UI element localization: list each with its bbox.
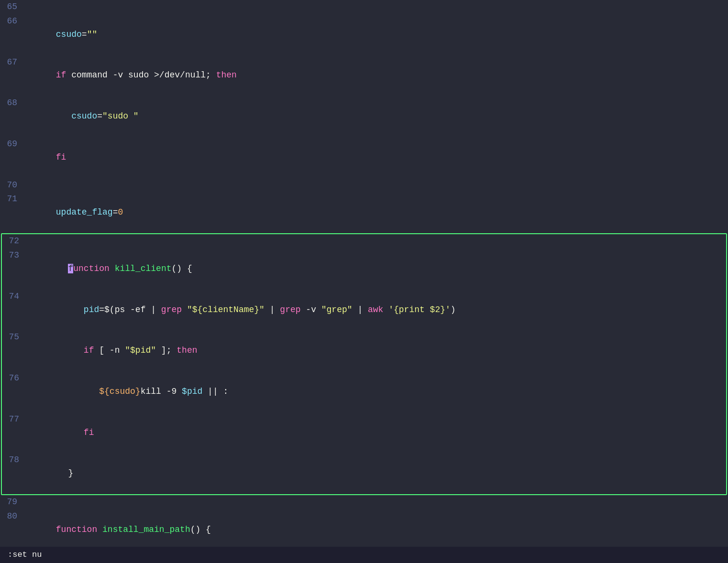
- code-line-75: 75 if [ -n "$pid" ]; then: [2, 330, 726, 371]
- line-num-72: 72: [2, 235, 27, 248]
- code-line-66: 66 csudo="": [0, 14, 728, 55]
- code-line-70: 70: [0, 178, 728, 193]
- code-line-69: 69 fi: [0, 137, 728, 178]
- code-editor: 65 66 csudo="" 67 if command -v sudo >/d…: [0, 0, 728, 563]
- highlighted-block: 72 73 function kill_client() { 74 pid=$(…: [1, 233, 727, 495]
- code-line-76: 76 ${csudo}kill -9 $pid || :: [2, 371, 726, 412]
- line-num-70: 70: [0, 179, 25, 192]
- code-line-79: 79: [0, 495, 728, 509]
- line-num-73: 73: [2, 249, 27, 262]
- line-num-78: 78: [2, 454, 27, 467]
- line-num-75: 75: [2, 331, 27, 344]
- line-num-80: 80: [0, 510, 25, 523]
- code-line-72: 72: [2, 234, 726, 249]
- code-line-68: 68 csudo="sudo ": [0, 96, 728, 137]
- code-line-77: 77 fi: [2, 412, 726, 454]
- code-line-67: 67 if command -v sudo >/dev/null; then: [0, 55, 728, 97]
- line-num-69: 69: [0, 138, 25, 151]
- line-num-66: 66: [0, 15, 25, 28]
- code-line-74: 74 pid=$(ps -ef | grep "${clientName}" |…: [2, 290, 726, 331]
- status-bar: :set nu: [0, 547, 728, 563]
- line-num-68: 68: [0, 97, 25, 110]
- line-num-79: 79: [0, 496, 25, 509]
- code-line-78: 78 }: [2, 453, 726, 494]
- line-num-65: 65: [0, 0, 25, 14]
- line-num-71: 71: [0, 193, 25, 206]
- line-num-67: 67: [0, 56, 25, 69]
- status-text: :set nu: [8, 550, 42, 559]
- code-line-73: 73 function kill_client() {: [2, 249, 726, 290]
- code-line-71: 71 update_flag=0: [0, 192, 728, 233]
- selected-char-f: f: [68, 264, 73, 273]
- line-num-74: 74: [2, 290, 27, 303]
- code-line-80: 80 function install_main_path() {: [0, 509, 728, 551]
- line-num-77: 77: [2, 413, 27, 426]
- code-line-65: 65: [0, 0, 728, 14]
- line-num-76: 76: [2, 372, 27, 385]
